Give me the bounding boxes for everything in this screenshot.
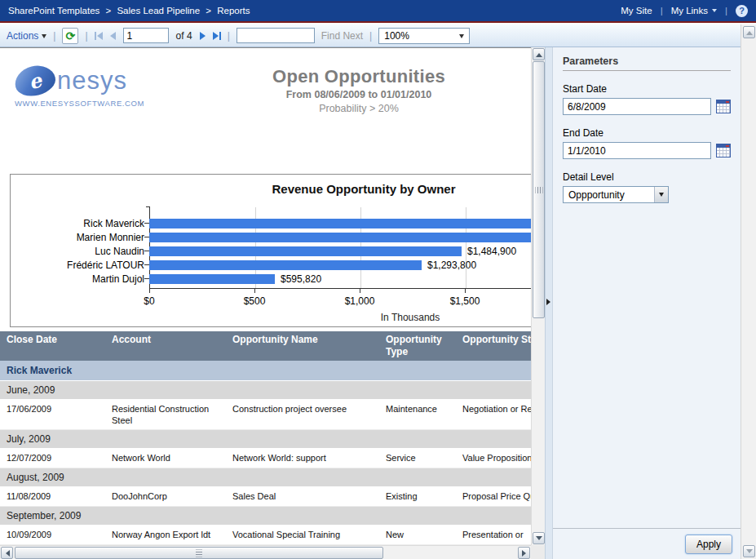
zoom-select[interactable]: 100% xyxy=(378,28,470,44)
table-cell: Proposal Price Quote xyxy=(456,487,531,507)
report-horizontal-scrollbar[interactable] xyxy=(0,545,531,559)
table-cell: Construction project oversee xyxy=(226,400,379,430)
first-page-button[interactable] xyxy=(95,32,103,40)
my-site-link[interactable]: My Site xyxy=(621,6,652,16)
table-cell: Sales Deal xyxy=(226,487,379,507)
table-cell: Value Proposition xyxy=(456,449,531,468)
triangle-left-icon xyxy=(97,32,103,40)
triangle-right-icon xyxy=(213,32,219,40)
topbar-pipe: | xyxy=(661,6,663,16)
chart-rows: Rick MaverickMarien MonnierLuc Naudin$1,… xyxy=(11,207,531,286)
toolbar-separator: | xyxy=(228,30,230,42)
report-toolbar: Actions | ⟳ | of 4 | Find Next | 100% xyxy=(0,24,741,47)
detail-level-select[interactable]: Oppportunity xyxy=(563,186,669,203)
horizontal-scroll-thumb[interactable] xyxy=(15,547,383,559)
chart-bar-row: Martin Dujol$595,820 xyxy=(11,272,531,286)
next-page-button[interactable] xyxy=(200,32,206,40)
find-next-button[interactable]: Find Next xyxy=(321,30,363,42)
owner-group-row: Rick Maverick xyxy=(0,361,531,381)
chart-bar xyxy=(149,233,531,242)
chevron-down-icon xyxy=(459,34,464,41)
scroll-down-button[interactable] xyxy=(743,545,755,557)
table-row: 10/09/2009Norway Angon Export ldtVocatio… xyxy=(0,526,531,545)
table-cell: Norway Angon Export ldt xyxy=(105,526,226,545)
arrow-up-icon xyxy=(746,28,753,35)
report-title: Open Opportunities xyxy=(0,66,531,87)
table-cell: 11/08/2009 xyxy=(0,487,105,507)
calendar-icon[interactable] xyxy=(716,100,731,113)
help-icon[interactable]: ? xyxy=(736,5,748,17)
chart-bar-value-label: $595,820 xyxy=(281,273,321,285)
scroll-up-button[interactable] xyxy=(533,48,545,60)
chart-bar-row: Marien Monnier xyxy=(11,230,531,244)
scroll-left-button[interactable] xyxy=(1,547,13,559)
chart-bar xyxy=(149,260,422,270)
axis-tick-label: $1,000 xyxy=(345,295,375,307)
table-column-header: Opportunity Stage xyxy=(456,331,531,361)
axis-tick-label: $500 xyxy=(244,295,266,307)
group-label: August, 2009 xyxy=(0,468,531,487)
chart-bar-row: Frédéric LATOUR$1,293,800 xyxy=(11,258,531,272)
start-date-label: Start Date xyxy=(563,83,731,95)
scroll-up-button[interactable] xyxy=(743,26,755,38)
table-cell: Vocational Special Training xyxy=(226,526,379,545)
vertical-scroll-thumb[interactable] xyxy=(533,61,545,318)
report-probability-filter: Probability > 20% xyxy=(0,103,531,114)
calendar-icon[interactable] xyxy=(716,144,731,157)
report-vertical-scrollbar[interactable] xyxy=(531,47,545,545)
breadcrumb-separator: > xyxy=(106,6,112,16)
chart-title: Revenue Opportunity by Owner xyxy=(11,182,531,196)
arrow-down-icon xyxy=(746,549,753,557)
axis-tick xyxy=(254,289,255,293)
chart-category-label: Luc Naudin xyxy=(11,246,144,257)
group-label: July, 2009 xyxy=(0,430,531,449)
report-page: e nesys WWW.ENESYSSOFTWARE.COM Open Oppo… xyxy=(0,47,531,48)
table-header-row: Close DateAccountOpportunity NameOpportu… xyxy=(0,331,531,361)
scroll-right-button[interactable] xyxy=(518,547,530,559)
last-page-button[interactable] xyxy=(213,32,221,40)
breadcrumb-reports[interactable]: Reports xyxy=(217,6,250,16)
chevron-down-icon xyxy=(712,9,717,15)
axis-tick-label: $0 xyxy=(144,295,154,307)
refresh-button[interactable]: ⟳ xyxy=(62,28,78,44)
chart-category-label: Rick Maverick xyxy=(11,218,144,229)
previous-page-button[interactable] xyxy=(110,32,116,40)
chart-bar-row: Luc Naudin$1,484,900 xyxy=(11,244,531,258)
chart-bar-row: Rick Maverick xyxy=(11,216,531,230)
scroll-down-button[interactable] xyxy=(533,532,545,544)
my-links-menu[interactable]: My Links xyxy=(671,6,717,16)
table-column-header: Account xyxy=(105,331,226,361)
thumb-grip xyxy=(535,187,542,193)
page-number-input[interactable] xyxy=(123,28,169,43)
last-page-icon xyxy=(219,32,221,40)
page-vertical-scrollbar[interactable] xyxy=(741,24,756,559)
find-text-input[interactable] xyxy=(237,28,315,43)
end-date-input[interactable] xyxy=(563,142,711,159)
breadcrumb-sharepoint-templates[interactable]: SharePoint Templates xyxy=(8,6,99,16)
detail-level-value: Oppportunity xyxy=(564,189,625,201)
table-cell: 12/07/2009 xyxy=(0,449,105,468)
breadcrumb-separator: > xyxy=(206,6,211,16)
end-date-label: End Date xyxy=(563,127,731,139)
chevron-down-icon xyxy=(659,193,664,199)
report-date-range: From 08/06/2009 to 01/01/2010 xyxy=(0,89,531,100)
month-group-row: July, 2009 xyxy=(0,430,531,449)
table-cell: Service xyxy=(379,449,456,468)
report-viewport: e nesys WWW.ENESYSSOFTWARE.COM Open Oppo… xyxy=(0,47,531,545)
arrow-left-icon xyxy=(2,550,10,557)
table-cell: Network World: support xyxy=(226,449,379,468)
month-group-row: August, 2009 xyxy=(0,468,531,487)
actions-menu-button[interactable]: Actions xyxy=(7,30,46,42)
top-nav-bar: SharePoint Templates > Sales Lead Pipeli… xyxy=(0,0,756,23)
apply-button[interactable]: Apply xyxy=(685,535,732,554)
arrow-down-icon xyxy=(536,536,542,543)
dropdown-arrow-button[interactable] xyxy=(654,187,668,202)
chart-xlabel: In Thousands xyxy=(280,312,531,323)
parameters-panel-splitter[interactable] xyxy=(545,47,552,559)
breadcrumb-sales-lead-pipeline[interactable]: Sales Lead Pipeline xyxy=(117,6,200,16)
table-cell: Presentation or xyxy=(456,526,531,545)
start-date-input[interactable] xyxy=(563,98,711,115)
table-cell: Negotiation or Review xyxy=(456,400,531,430)
arrow-right-icon xyxy=(522,550,529,557)
arrow-up-icon xyxy=(536,50,542,57)
